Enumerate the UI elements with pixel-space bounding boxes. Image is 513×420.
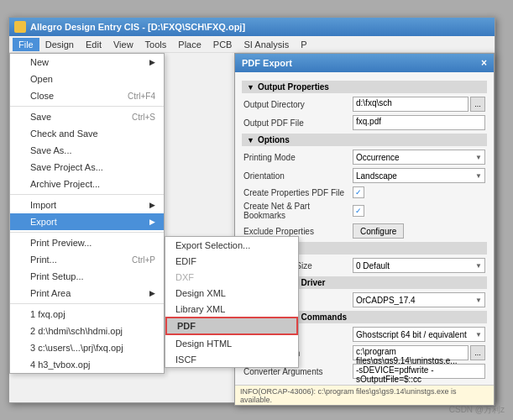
- driver-select[interactable]: OrCADPS_17.4 ▼: [353, 292, 485, 307]
- field-output-directory: Output Directory d:\fxq\sch ...: [242, 97, 487, 112]
- create-pdf-file-label: Create Properties PDF File: [243, 188, 353, 197]
- menu-item-archive-project[interactable]: Archive Project...: [10, 176, 164, 192]
- menu-place[interactable]: Place: [172, 38, 207, 51]
- exclude-properties-label: Exclude Properties: [243, 227, 353, 236]
- app-icon: [14, 21, 26, 33]
- app-title: Allegro Design Entry CIS - [D:\FXQ\SCH\F…: [30, 22, 489, 32]
- separator-3: [10, 232, 164, 233]
- collapse-icon-options: ▼: [247, 136, 254, 144]
- submenu-library-xml[interactable]: Library XML: [165, 301, 298, 317]
- converter-value: Ghostscript 64 bit / equivalent ▼: [353, 327, 485, 342]
- content-area: New ▶ Open Close Ctrl+F4 Save Ctrl+S Che…: [9, 53, 495, 402]
- arrow-icon-import: ▶: [149, 201, 155, 209]
- menu-file[interactable]: File: [13, 38, 39, 51]
- create-bookmarks-label: Create Net & Part Bookmarks: [243, 202, 353, 220]
- create-pdf-file-value: ✓: [353, 186, 485, 198]
- output-directory-input[interactable]: d:\fxq\sch: [353, 97, 469, 112]
- menu-item-recent3[interactable]: 3 c:\users\...\prj\fxq.opj: [10, 339, 164, 356]
- exclude-properties-value: Configure: [353, 223, 485, 239]
- section-options: ▼ Options: [242, 134, 487, 146]
- menu-item-import[interactable]: Import ▶: [10, 197, 164, 213]
- converter-path-browse[interactable]: ...: [470, 345, 485, 360]
- arrow-icon: ▶: [149, 58, 155, 66]
- menu-design[interactable]: Design: [39, 38, 80, 51]
- menu-item-print-preview[interactable]: Print Preview...: [10, 234, 164, 251]
- menu-edit[interactable]: Edit: [80, 38, 107, 51]
- menu-item-new[interactable]: New ▶: [10, 54, 164, 71]
- menu-p[interactable]: P: [295, 38, 312, 51]
- submenu-edif[interactable]: EDIF: [165, 253, 298, 269]
- printing-mode-select[interactable]: Occurrence ▼: [353, 150, 485, 165]
- menu-item-recent1[interactable]: 1 fxq.opj: [10, 306, 164, 323]
- app-window: Allegro Design Entry CIS - [D:\FXQ\SCH\F…: [8, 17, 495, 403]
- output-pdf-file-value: fxq.pdf: [353, 115, 485, 130]
- paper-size-arrow: ▼: [475, 262, 482, 270]
- submenu-export-selection[interactable]: Export Selection...: [165, 237, 298, 253]
- orientation-value: Landscape ▼: [353, 168, 485, 183]
- arrow-icon-print-area: ▶: [149, 289, 155, 297]
- menu-item-print-setup[interactable]: Print Setup...: [10, 268, 164, 285]
- orientation-arrow: ▼: [475, 172, 482, 180]
- output-directory-label: Output Directory: [243, 100, 353, 109]
- menu-view[interactable]: View: [107, 38, 139, 51]
- printing-mode-value: Occurrence ▼: [353, 150, 485, 165]
- title-bar: Allegro Design Entry CIS - [D:\FXQ\SCH\F…: [9, 18, 495, 36]
- driver-value: OrCADPS_17.4 ▼: [353, 292, 485, 307]
- converter-path-input[interactable]: c:\program files\gs\gs9.14\uninstgs.e...: [353, 345, 469, 360]
- field-printing-mode: Printing Mode Occurrence ▼: [242, 150, 487, 165]
- arrow-icon-export: ▶: [149, 218, 155, 226]
- submenu-design-html[interactable]: Design HTML: [165, 335, 298, 351]
- create-bookmarks-checkbox[interactable]: ✓: [353, 205, 364, 217]
- menu-item-export[interactable]: Export ▶: [10, 213, 164, 230]
- printing-mode-arrow: ▼: [475, 154, 482, 161]
- menu-item-check-save[interactable]: Check and Save: [10, 125, 164, 142]
- converter-arguments-input[interactable]: -sDEVICE=pdfwrite -sOutputFile=$::cc: [353, 364, 485, 379]
- output-pdf-file-label: Output PDF File: [243, 118, 353, 128]
- file-dropdown: New ▶ Open Close Ctrl+F4 Save Ctrl+S Che…: [9, 53, 165, 374]
- menu-item-save-project-as[interactable]: Save Project As...: [10, 159, 164, 176]
- converter-path-value: c:\program files\gs\gs9.14\uninstgs.e...…: [353, 345, 485, 360]
- collapse-icon-output: ▼: [247, 83, 254, 92]
- menu-item-open[interactable]: Open: [10, 71, 164, 87]
- pdf-dialog-close-button[interactable]: ×: [481, 57, 487, 69]
- driver-arrow: ▼: [475, 297, 482, 304]
- section-output-properties: ▼ Output Properties: [242, 81, 487, 93]
- menu-item-print[interactable]: Print... Ctrl+P: [10, 251, 164, 268]
- menu-item-save-as[interactable]: Save As...: [10, 142, 164, 159]
- menu-item-recent4[interactable]: 4 h3_tvbox.opj: [10, 356, 164, 373]
- configure-button[interactable]: Configure: [353, 223, 404, 239]
- converter-select[interactable]: Ghostscript 64 bit / equivalent ▼: [353, 327, 485, 342]
- submenu-dxf[interactable]: DXF: [165, 269, 298, 285]
- printing-mode-label: Printing Mode: [243, 153, 353, 162]
- menu-pcb[interactable]: PCB: [207, 38, 238, 51]
- submenu-iscf[interactable]: ISCF: [165, 351, 298, 367]
- menu-si-analysis[interactable]: SI Analysis: [238, 38, 295, 51]
- converter-arguments-label: Converter Arguments: [243, 367, 353, 376]
- menu-bar: File Design Edit View Tools Place PCB SI…: [9, 36, 495, 53]
- menu-item-close[interactable]: Close Ctrl+F4: [10, 87, 164, 104]
- separator-2: [10, 194, 164, 195]
- create-pdf-file-checkbox[interactable]: ✓: [353, 186, 364, 198]
- output-paper-size-select[interactable]: 0 Default ▼: [353, 258, 485, 273]
- orientation-select[interactable]: Landscape ▼: [353, 168, 485, 183]
- orientation-label: Orientation: [243, 171, 353, 181]
- menu-item-recent2[interactable]: 2 d:\hdmi\sch\hdmi.opj: [10, 323, 164, 339]
- watermark: CSDN @万利z: [449, 404, 505, 416]
- create-bookmarks-value: ✓: [353, 205, 485, 217]
- field-output-pdf-file: Output PDF File fxq.pdf: [242, 115, 487, 130]
- converter-arguments-value: -sDEVICE=pdfwrite -sOutputFile=$::cc: [353, 364, 485, 379]
- field-create-pdf-file: Create Properties PDF File ✓: [242, 186, 487, 198]
- menu-item-print-area[interactable]: Print Area ▶: [10, 285, 164, 302]
- export-submenu: Export Selection... EDIF DXF Design XML …: [165, 236, 299, 368]
- menu-item-save[interactable]: Save Ctrl+S: [10, 108, 164, 125]
- output-pdf-file-input[interactable]: fxq.pdf: [353, 115, 485, 130]
- output-directory-browse[interactable]: ...: [470, 97, 485, 112]
- output-directory-value: d:\fxq\sch ...: [353, 97, 485, 112]
- menu-tools[interactable]: Tools: [139, 38, 173, 51]
- separator-4: [10, 303, 164, 304]
- pdf-status-bar: INFO(ORCAP-43006): c:\program files\gs\g…: [235, 385, 494, 405]
- separator-1: [10, 106, 164, 107]
- submenu-design-xml[interactable]: Design XML: [165, 285, 298, 301]
- converter-arrow: ▼: [475, 331, 482, 339]
- submenu-pdf[interactable]: PDF: [165, 317, 298, 335]
